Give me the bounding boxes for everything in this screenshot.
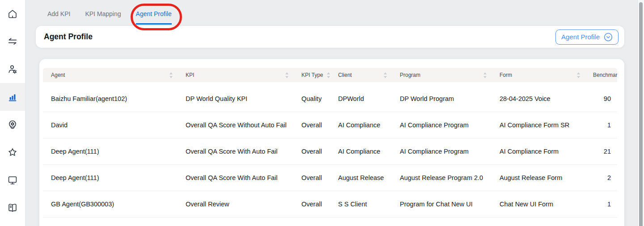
cell-kpi: Overall QA Score With Auto Fail: [178, 138, 293, 165]
vertical-scrollbar-track: [637, 0, 644, 226]
page-header-card: Agent Profile Agent Profile: [36, 26, 624, 48]
vertical-scrollbar-thumb[interactable]: [639, 2, 643, 226]
cell-program: Program for Chat New UI: [392, 191, 491, 218]
cell-client: August Release: [330, 165, 392, 191]
cell-form: AI Compliance Form: [491, 138, 585, 165]
sidebar-item-knowledge-base[interactable]: [0, 194, 25, 222]
sort-icon: [169, 72, 173, 79]
cell-agent: Deep Agent(111): [43, 165, 178, 191]
cell-kpi: DP World Quality KPI: [178, 86, 293, 112]
cell-agent: David: [43, 112, 178, 138]
sidebar-item-transactions[interactable]: [0, 28, 25, 55]
column-label: Benchmark: [593, 72, 617, 78]
column-label: Agent: [51, 72, 65, 78]
sort-icon: [326, 72, 330, 79]
cell-client: AI Compliance: [330, 112, 392, 138]
monitor-icon: [7, 175, 18, 185]
agent-profile-dropdown-label: Agent Profile: [561, 33, 600, 41]
kpi-tabs: Add KPI KPI Mapping Agent Profile: [47, 10, 172, 25]
table-scroll-area: Agent KPI KPI Type Client Program Form B…: [43, 68, 617, 226]
column-label: KPI Type: [301, 72, 323, 78]
sidebar-item-quality[interactable]: [0, 111, 25, 138]
cell-kpi: Overall QA Score Without Auto Fail: [178, 112, 293, 138]
cell-kpi: Overall QA Score With Auto Fail: [178, 165, 293, 191]
cell-form: 28-04-2025 Voice: [491, 86, 585, 112]
cell-kpi-type: Overall: [293, 112, 330, 138]
cell-agent: GB Agent(GB300003): [43, 191, 178, 218]
cell-form: AI Compliance Form SR: [491, 112, 585, 138]
agent-profile-table: Agent KPI KPI Type Client Program Form B…: [43, 68, 617, 218]
tab-agent-profile[interactable]: Agent Profile: [136, 10, 172, 25]
cell-benchmark: 90: [585, 86, 617, 112]
table-row: GB Agent(GB300003)Overall ReviewOverallS…: [43, 191, 617, 218]
cell-program: DP World Program: [392, 86, 491, 112]
sidebar-item-monitoring[interactable]: [0, 166, 25, 194]
home-icon: [7, 8, 18, 19]
table-row: Deep Agent(111)Overall QA Score With Aut…: [43, 165, 617, 191]
chevron-down-circle-icon: [604, 33, 613, 42]
cell-benchmark: 21: [585, 138, 617, 165]
sort-icon: [285, 72, 289, 79]
sidebar-item-home[interactable]: [0, 0, 25, 28]
sidebar-item-user-management[interactable]: [0, 55, 25, 83]
column-header-benchmark[interactable]: Benchmark: [585, 68, 617, 86]
agent-profile-table-card: Agent KPI KPI Type Client Program Form B…: [39, 59, 624, 226]
table-header-row: Agent KPI KPI Type Client Program Form B…: [43, 68, 617, 86]
cell-agent: Baizhu Familiar(agent102): [43, 86, 178, 112]
table-row: Deep Agent(111)Overall QA Score With Aut…: [43, 138, 617, 165]
bar-chart-icon: [7, 92, 18, 102]
cell-form: August Release Form: [491, 165, 585, 191]
swap-arrows-icon: [7, 36, 18, 47]
column-header-program[interactable]: Program: [392, 68, 491, 86]
sort-icon: [483, 72, 487, 79]
tab-add-kpi[interactable]: Add KPI: [47, 10, 70, 25]
column-header-client[interactable]: Client: [330, 68, 392, 86]
cell-benchmark: 2: [585, 165, 617, 191]
agent-profile-dropdown-button[interactable]: Agent Profile: [555, 29, 619, 45]
cell-agent: Deep Agent(111): [43, 138, 178, 165]
column-header-agent[interactable]: Agent: [43, 68, 178, 86]
cell-kpi-type: Overall: [293, 165, 330, 191]
cell-program: August Release Program 2.0: [392, 165, 491, 191]
sort-icon: [383, 72, 387, 79]
badge-icon: [7, 119, 18, 130]
cell-client: DPWorld: [330, 86, 392, 112]
table-row: Baizhu Familiar(agent102)DP World Qualit…: [43, 86, 617, 112]
column-label: Form: [500, 72, 512, 78]
cell-program: AI Compliance Program: [392, 112, 491, 138]
column-header-kpi[interactable]: KPI: [178, 68, 293, 86]
cell-client: AI Compliance: [330, 138, 392, 165]
cell-kpi: Overall Review: [178, 191, 293, 218]
cell-kpi-type: Overall: [293, 191, 330, 218]
icon-sidebar: [0, 0, 25, 226]
column-header-kpi-type[interactable]: KPI Type: [293, 68, 330, 86]
sort-icon: [576, 72, 580, 79]
table-body: Baizhu Familiar(agent102)DP World Qualit…: [43, 86, 617, 218]
column-label: KPI: [186, 72, 194, 78]
cell-benchmark: 1: [585, 191, 617, 218]
column-label: Program: [400, 72, 420, 78]
page-title: Agent Profile: [44, 32, 93, 42]
table-row: DavidOverall QA Score Without Auto FailO…: [43, 112, 617, 138]
sidebar-item-favorites[interactable]: [0, 138, 25, 166]
user-settings-icon: [7, 64, 18, 75]
star-icon: [7, 147, 18, 158]
column-label: Client: [338, 72, 352, 78]
cell-program: AI Compliance Program: [392, 138, 491, 165]
cell-form: Chat New UI Form: [491, 191, 585, 218]
column-header-form[interactable]: Form: [491, 68, 585, 86]
cell-kpi-type: Overall: [293, 138, 330, 165]
cell-client: S S Client: [330, 191, 392, 218]
sidebar-item-reports[interactable]: [0, 83, 25, 111]
book-icon: [7, 202, 18, 213]
cell-benchmark: 1: [585, 112, 617, 138]
tab-kpi-mapping[interactable]: KPI Mapping: [85, 10, 121, 25]
cell-kpi-type: Quality: [293, 86, 330, 112]
